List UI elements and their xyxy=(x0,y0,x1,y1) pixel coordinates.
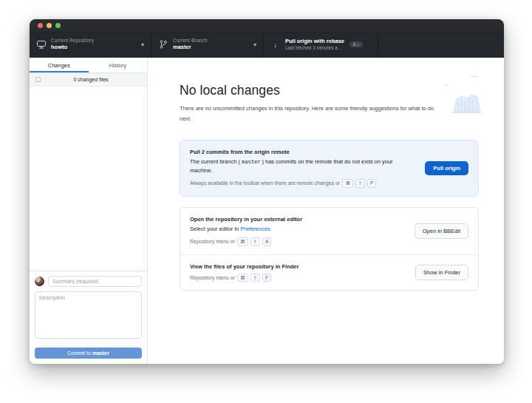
select-all-checkbox[interactable] xyxy=(35,77,41,82)
editor-card-footer: Repository menu or ⌘ ⇧ A xyxy=(190,237,406,246)
zoom-window-button[interactable] xyxy=(55,23,61,28)
page-title: No local changes xyxy=(180,83,479,98)
changed-files-count: 0 changed files xyxy=(41,77,141,82)
cmd-key: ⌘ xyxy=(237,237,248,246)
editor-card-body: Select your editor in Preferences xyxy=(190,225,406,234)
show-in-finder-card: View the files of your repository in Fin… xyxy=(180,255,478,291)
current-repository-dropdown[interactable]: Current Repository howto ▾ xyxy=(30,31,151,58)
commit-summary-input[interactable] xyxy=(48,276,142,287)
user-avatar xyxy=(35,277,44,286)
chevron-down-icon: ▾ xyxy=(141,41,144,48)
current-branch-label: Current Branch xyxy=(173,38,208,44)
shift-key: ⇧ xyxy=(355,179,365,188)
tab-history[interactable]: History xyxy=(89,58,148,72)
sidebar-tab-bar: Changes History xyxy=(30,58,147,73)
window-controls xyxy=(38,23,61,28)
a-key: A xyxy=(262,237,271,246)
page-subtitle: There are no uncommitted changes in this… xyxy=(180,104,438,124)
finder-card-footer: Repository menu or ⌘ ⇧ F xyxy=(190,274,406,282)
commits-behind-badge: 2 ↓ xyxy=(349,41,363,47)
titlebar[interactable] xyxy=(30,19,504,31)
minimize-window-button[interactable] xyxy=(47,23,52,28)
shift-key: ⇧ xyxy=(250,274,260,282)
changed-files-row[interactable]: 0 changed files xyxy=(30,73,147,87)
cmd-key: ⌘ xyxy=(237,274,248,282)
current-repository-name: howto xyxy=(51,44,94,50)
no-changes-panel: No local changes There are no uncommitte… xyxy=(148,58,504,364)
commit-button-prefix: Commit to xyxy=(67,350,91,356)
blankslate-illustration xyxy=(437,74,491,120)
git-branch-icon xyxy=(158,40,168,49)
p-key: P xyxy=(367,179,376,188)
toolbar-spacer xyxy=(378,31,504,58)
commit-form: Commit to master xyxy=(30,271,147,364)
show-in-finder-button[interactable]: Show in Finder xyxy=(415,265,468,280)
pull-card-body: The current branch ( master ) has commit… xyxy=(190,158,416,175)
open-editor-card: Open the repository in your external edi… xyxy=(180,208,478,254)
open-in-bbedit-button[interactable]: Open in BBEdit xyxy=(415,223,468,239)
commit-description-input[interactable] xyxy=(35,291,142,339)
pull-origin-toolbar-button[interactable]: ↓ Pull origin with rebase Last fetched 3… xyxy=(264,31,378,58)
editor-card-title: Open the repository in your external edi… xyxy=(190,216,406,223)
cmd-key: ⌘ xyxy=(342,179,353,188)
commit-button-branch: master xyxy=(92,350,109,356)
pull-last-fetched: Last fetched 3 minutes a… xyxy=(285,45,344,51)
f-key: F xyxy=(262,274,271,282)
pull-origin-button[interactable]: Pull origin xyxy=(425,161,468,175)
preferences-link[interactable]: Preferences xyxy=(240,226,270,232)
pull-card-title: Pull 2 commits from the origin remote xyxy=(190,149,416,155)
tab-changes[interactable]: Changes xyxy=(30,58,89,72)
branch-name-code: master xyxy=(242,159,260,165)
pull-suggestion-card: Pull 2 commits from the origin remote Th… xyxy=(180,140,479,197)
suggestions-group: Open the repository in your external edi… xyxy=(180,207,479,291)
toolbar: Current Repository howto ▾ Current Branc… xyxy=(30,31,504,58)
changed-files-list[interactable] xyxy=(30,87,147,271)
current-branch-name: master xyxy=(173,44,208,50)
changes-sidebar: Changes History 0 changed files Commit t… xyxy=(30,58,148,364)
shift-key: ⇧ xyxy=(250,237,260,246)
pull-title: Pull origin with rebase xyxy=(285,38,344,44)
current-branch-dropdown[interactable]: Current Branch master ▾ xyxy=(151,31,264,58)
arrow-down-icon: ↓ xyxy=(270,41,280,49)
current-repository-label: Current Repository xyxy=(51,38,94,44)
pull-card-footer: Always available in the toolbar when the… xyxy=(190,179,416,188)
monitor-icon xyxy=(36,41,46,49)
github-desktop-window: Current Repository howto ▾ Current Branc… xyxy=(30,19,504,364)
commit-to-branch-button[interactable]: Commit to master xyxy=(35,348,142,359)
finder-card-title: View the files of your repository in Fin… xyxy=(190,263,406,270)
close-window-button[interactable] xyxy=(38,23,43,28)
chevron-down-icon: ▾ xyxy=(253,41,256,48)
